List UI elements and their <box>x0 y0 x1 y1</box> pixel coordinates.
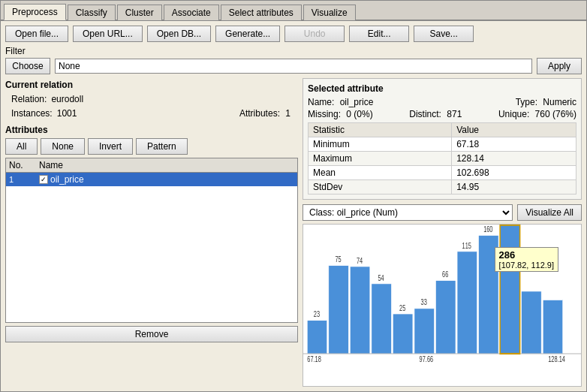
attributes-section: Attributes All None Invert Pattern No. N… <box>5 125 298 342</box>
svg-rect-4 <box>393 314 412 354</box>
all-button[interactable]: All <box>5 138 38 155</box>
svg-text:33: 33 <box>421 298 427 306</box>
histogram-container: 23 75 74 54 25 33 66 115 160 286 67.18 9… <box>303 224 582 387</box>
svg-text:74: 74 <box>357 256 363 264</box>
filter-row: Choose Apply <box>5 58 582 74</box>
remove-button[interactable]: Remove <box>5 326 298 342</box>
pattern-button[interactable]: Pattern <box>136 138 188 155</box>
svg-rect-1 <box>329 265 348 354</box>
svg-text:115: 115 <box>462 241 471 249</box>
stats-row-stddev: StdDev 14.95 <box>309 180 576 194</box>
undo-button[interactable]: Undo <box>284 26 345 42</box>
attr-name: ✓ oil_price <box>39 174 294 185</box>
open-db-button[interactable]: Open DB... <box>147 26 211 42</box>
type-label: Type: Numeric <box>516 97 576 107</box>
distinct-label: Distinct: 871 <box>409 109 462 119</box>
none-button[interactable]: None <box>41 138 85 155</box>
visualize-all-button[interactable]: Visualize All <box>517 204 582 221</box>
generate-button[interactable]: Generate... <box>215 26 280 42</box>
filter-label: Filter <box>5 46 582 56</box>
left-panel: Current relation Relation: eurodoll Inst… <box>5 78 298 387</box>
svg-text:160: 160 <box>483 225 492 234</box>
svg-rect-9 <box>500 225 519 354</box>
svg-text:67.18: 67.18 <box>307 355 321 363</box>
histogram-tooltip: 286 [107.82, 112.9] <box>495 247 558 272</box>
stats-row-maximum: Maximum 128.14 <box>309 152 576 166</box>
svg-rect-2 <box>350 267 369 354</box>
current-relation-title: Current relation <box>5 78 298 92</box>
stats-header-stat: Statistic <box>309 123 452 137</box>
attr-buttons: All None Invert Pattern <box>5 138 298 155</box>
svg-rect-3 <box>372 284 391 354</box>
table-row[interactable]: 1 ✓ oil_price <box>6 173 297 186</box>
unique-label: Unique: 760 (76%) <box>498 109 576 119</box>
edit-button[interactable]: Edit... <box>349 26 409 42</box>
tab-preprocess[interactable]: Preprocess <box>4 4 66 20</box>
stats-row-minimum: Minimum 67.18 <box>309 137 576 152</box>
toolbar: Open file... Open URL... Open DB... Gene… <box>5 26 582 42</box>
instances-label: Instances: <box>11 107 53 121</box>
apply-button[interactable]: Apply <box>537 58 582 74</box>
attribute-table: No. Name 1 ✓ oil_price <box>5 158 298 323</box>
attributes-title: Attributes <box>5 125 298 135</box>
svg-text:128.14: 128.14 <box>548 355 565 363</box>
selected-attr-section: Selected attribute Name: oil_price Type:… <box>303 78 582 200</box>
col-no-header: No. <box>9 160 39 170</box>
main-window: Preprocess Classify Cluster Associate Se… <box>0 0 587 392</box>
stats-table: Statistic Value Minimum 67.18 Maximum <box>308 122 576 194</box>
attr-table-header: No. Name <box>6 158 297 173</box>
tooltip-range: [107.82, 112.9] <box>499 261 554 270</box>
svg-text:54: 54 <box>378 273 384 282</box>
col-name-header: Name <box>39 160 294 170</box>
filter-input[interactable] <box>55 59 532 74</box>
open-file-button[interactable]: Open file... <box>5 26 68 42</box>
save-button[interactable]: Save... <box>414 26 474 42</box>
instances-value: 1001 <box>57 107 77 121</box>
tab-bar: Preprocess Classify Cluster Associate Se… <box>1 1 586 21</box>
svg-rect-7 <box>457 252 477 354</box>
stats-row-mean: Mean 102.698 <box>309 166 576 180</box>
svg-rect-6 <box>436 281 456 354</box>
attributes-label: Attributes: <box>239 108 280 119</box>
current-relation: Current relation Relation: eurodoll Inst… <box>5 78 298 122</box>
panels: Current relation Relation: eurodoll Inst… <box>5 78 582 387</box>
relation-value: eurodoll <box>51 92 83 107</box>
tab-associate[interactable]: Associate <box>164 5 219 20</box>
tab-visualize[interactable]: Visualize <box>303 5 356 20</box>
stats-header-value: Value <box>452 123 576 137</box>
class-select[interactable]: Class: oil_price (Num) <box>303 204 513 221</box>
attr-no: 1 <box>9 175 39 184</box>
svg-text:25: 25 <box>399 304 405 312</box>
main-content: Open file... Open URL... Open DB... Gene… <box>1 21 586 391</box>
missing-label: Missing: 0 (0%) <box>308 109 373 119</box>
tooltip-value: 286 <box>499 249 554 261</box>
open-url-button[interactable]: Open URL... <box>73 26 143 42</box>
svg-rect-5 <box>414 309 434 354</box>
svg-text:23: 23 <box>314 310 320 318</box>
checkbox-icon[interactable]: ✓ <box>39 175 48 184</box>
tab-classify[interactable]: Classify <box>68 5 116 20</box>
choose-button[interactable]: Choose <box>5 58 50 74</box>
class-row: Class: oil_price (Num) Visualize All <box>303 204 582 221</box>
right-panel: Selected attribute Name: oil_price Type:… <box>303 78 582 387</box>
tab-select-attributes[interactable]: Select attributes <box>221 5 302 20</box>
tab-cluster[interactable]: Cluster <box>117 5 162 20</box>
svg-text:75: 75 <box>335 255 341 264</box>
attr-meta-row2: Missing: 0 (0%) Distinct: 871 Unique: 76… <box>308 109 576 119</box>
attributes-value: 1 <box>285 108 290 119</box>
svg-rect-0 <box>307 321 327 354</box>
svg-text:66: 66 <box>442 270 448 279</box>
svg-text:97.66: 97.66 <box>420 355 434 363</box>
relation-label: Relation: <box>11 92 47 107</box>
attr-meta-row1: Name: oil_price Type: Numeric <box>308 97 576 107</box>
svg-rect-10 <box>522 291 541 354</box>
selected-attr-title: Selected attribute <box>308 83 576 94</box>
name-label: Name: oil_price <box>308 97 373 107</box>
svg-rect-11 <box>543 300 562 354</box>
invert-button[interactable]: Invert <box>88 138 133 155</box>
